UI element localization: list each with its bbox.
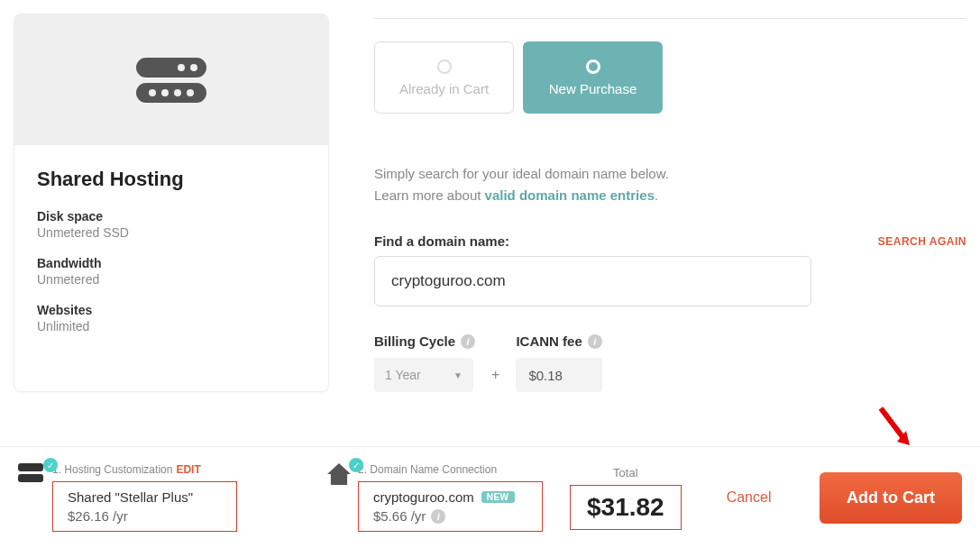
add-to-cart-button[interactable]: Add to Cart — [820, 472, 962, 524]
desc-line: Learn more about — [374, 187, 485, 203]
select-value: 1 Year — [385, 368, 421, 382]
radio-icon — [437, 59, 452, 74]
home-icon — [327, 463, 351, 485]
radio-icon — [586, 59, 600, 74]
plus-sign: + — [491, 367, 499, 383]
billing-cycle-label: Billing Cycle — [374, 333, 455, 349]
toggle-label: New Purchase — [549, 81, 637, 96]
edit-link[interactable]: EDIT — [176, 463, 200, 476]
description: Simply search for your ideal domain name… — [374, 163, 966, 206]
cancel-link[interactable]: Cancel — [727, 489, 772, 506]
total-amount: $31.82 — [570, 485, 682, 530]
chevron-down-icon: ▼ — [453, 370, 463, 380]
new-purchase-toggle[interactable]: New Purchase — [523, 41, 663, 114]
card-illustration — [14, 14, 328, 145]
step2-title: 2. Domain Name Connection — [358, 463, 497, 476]
already-in-cart-toggle[interactable]: Already in Cart — [374, 41, 514, 114]
card-title: Shared Hosting — [37, 168, 306, 191]
search-again-link[interactable]: SEARCH AGAIN — [878, 235, 966, 248]
spec-value: Unmetered SSD — [37, 225, 306, 240]
server-icon — [136, 52, 206, 108]
check-badge-icon: ✓ — [349, 458, 363, 472]
domain-input[interactable] — [374, 256, 811, 306]
checkout-footer: ✓ 1. Hosting Customization EDIT Shared "… — [0, 446, 980, 557]
info-icon[interactable]: i — [461, 334, 475, 349]
hosting-card: Shared Hosting Disk space Unmetered SSD … — [14, 14, 329, 392]
info-icon[interactable]: i — [588, 334, 602, 349]
spec-value: Unlimited — [37, 319, 306, 333]
toggle-label: Already in Cart — [399, 81, 489, 96]
spec-label: Websites — [37, 303, 306, 317]
divider — [374, 18, 966, 19]
spec-label: Bandwidth — [37, 256, 306, 270]
hosting-plan-name: Shared "Stellar Plus" — [68, 489, 222, 505]
hosting-plan-price: $26.16 /yr — [68, 508, 222, 524]
desc-suffix: . — [655, 187, 658, 203]
spec-label: Disk space — [37, 209, 306, 224]
icann-fee-value: $0.18 — [516, 358, 601, 392]
new-badge: NEW — [481, 491, 515, 503]
domain-label: Find a domain name: — [374, 233, 509, 249]
desc-line: Simply search for your ideal domain name… — [374, 166, 669, 181]
step1-box: Shared "Stellar Plus" $26.16 /yr — [52, 481, 237, 532]
billing-cycle-select[interactable]: 1 Year ▼ — [374, 358, 473, 392]
total-label: Total — [570, 466, 682, 479]
server-icon — [18, 463, 45, 485]
domain-name: cryptoguroo.com — [373, 489, 474, 505]
valid-domain-link[interactable]: valid domain name entries — [485, 187, 655, 203]
spec-value: Unmetered — [37, 272, 306, 287]
icann-label: ICANN fee — [516, 333, 582, 349]
domain-price: $5.66 /yr — [373, 508, 426, 524]
step2-box: cryptoguroo.com NEW $5.66 /yr i — [358, 481, 543, 532]
check-badge-icon: ✓ — [43, 458, 58, 472]
info-icon[interactable]: i — [431, 509, 445, 524]
step1-title: 1. Hosting Customization — [52, 463, 172, 476]
